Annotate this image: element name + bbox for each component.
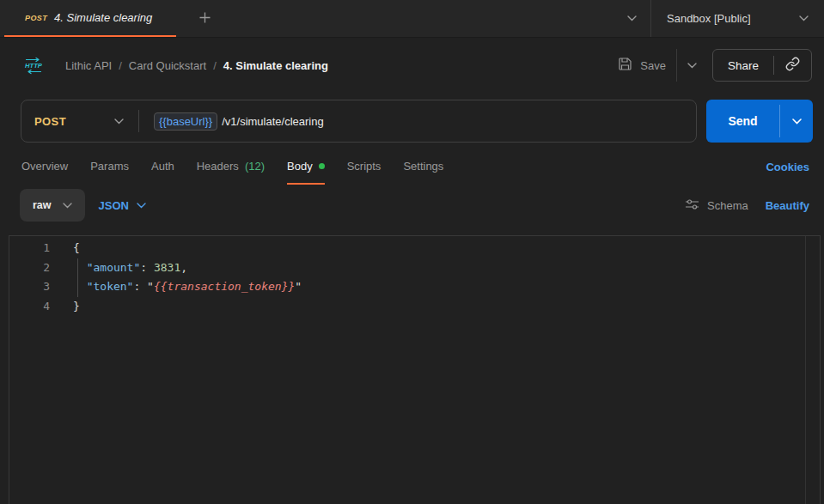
tab-settings[interactable]: Settings: [403, 160, 443, 183]
code-line[interactable]: 2 "amount": 3831,: [9, 258, 820, 278]
save-options-chevron-icon[interactable]: [687, 63, 697, 69]
tab-auth[interactable]: Auth: [151, 160, 174, 183]
request-tabs: Overview Params Auth Headers (12) Body S…: [0, 160, 824, 185]
url-variable-pill[interactable]: {{baseUrl}}: [154, 112, 217, 131]
code-text: "amount": 3831,: [50, 258, 187, 278]
tab-body[interactable]: Body: [287, 160, 325, 185]
url-input[interactable]: {{baseUrl}} /v1/simulate/clearing: [139, 112, 324, 131]
code-line[interactable]: 4}: [9, 297, 820, 317]
send-button-group: Send: [706, 100, 813, 143]
tab-label: Headers: [197, 160, 239, 173]
new-tab-button[interactable]: [198, 0, 211, 37]
editor-scrollbar-track[interactable]: [805, 236, 806, 504]
code-text: "token": "{{transaction_token}}": [50, 277, 302, 297]
schema-label: Schema: [707, 199, 748, 212]
body-modified-dot-icon: [319, 163, 325, 169]
tab-overview[interactable]: Overview: [21, 160, 68, 183]
cookies-link[interactable]: Cookies: [766, 160, 809, 173]
send-button[interactable]: Send: [706, 100, 779, 143]
tab-bar-right: Sandbox [Public]: [613, 0, 824, 37]
breadcrumb-collection[interactable]: Lithic API: [65, 59, 112, 72]
link-icon: [785, 57, 800, 74]
save-icon: [618, 57, 632, 74]
line-number: 2: [9, 258, 50, 278]
send-options-button[interactable]: [780, 100, 813, 143]
environment-selector[interactable]: Sandbox [Public]: [650, 0, 824, 37]
share-button[interactable]: Share: [713, 59, 773, 72]
request-header-actions: Save Share: [618, 49, 812, 82]
line-number: 4: [9, 297, 50, 317]
tab-label: Settings: [403, 160, 443, 173]
tab-label: Params: [90, 160, 129, 173]
save-divider: [676, 49, 677, 82]
code-editor-lines: 1{2 "amount": 3831,3 "token": "{{transac…: [9, 239, 820, 316]
indent-guide: [77, 258, 78, 297]
environment-name: Sandbox [Public]: [667, 12, 751, 25]
tab-label: Scripts: [347, 160, 381, 173]
breadcrumb-folder[interactable]: Card Quickstart: [129, 59, 206, 72]
code-text: }: [50, 297, 80, 317]
tab-params[interactable]: Params: [90, 160, 129, 183]
headers-count-badge: (12): [245, 160, 265, 173]
environment-chevron-icon: [799, 15, 809, 21]
code-line[interactable]: 1{: [9, 239, 820, 258]
format-chevron-icon: [63, 203, 72, 209]
url-path: /v1/simulate/clearing: [222, 115, 324, 128]
tab-label: Auth: [151, 160, 174, 173]
breadcrumb: Lithic API / Card Quickstart / 4. Simula…: [65, 59, 328, 72]
url-bar: POST {{baseUrl}} /v1/simulate/clearing: [21, 100, 697, 143]
save-button[interactable]: Save: [618, 57, 666, 74]
svg-text:HTTP: HTTP: [25, 62, 43, 70]
body-format-dropdown[interactable]: raw: [20, 189, 85, 222]
code-line[interactable]: 3 "token": "{{transaction_token}}": [9, 277, 820, 297]
breadcrumb-current-request: 4. Simulate clearing: [223, 59, 328, 72]
tab-label: Overview: [21, 160, 68, 173]
line-number: 3: [9, 277, 50, 297]
share-button-group: Share: [712, 49, 812, 82]
code-editor[interactable]: 1{2 "amount": 3831,3 "token": "{{transac…: [9, 235, 821, 504]
plus-icon: [198, 11, 211, 27]
request-header-row: HTTP Lithic API / Card Quickstart / 4. S…: [0, 48, 824, 82]
code-text: {: [50, 239, 80, 258]
request-url-row: POST {{baseUrl}} /v1/simulate/clearing S…: [21, 100, 813, 143]
breadcrumb-separator: /: [213, 59, 217, 72]
request-method-badge: POST: [25, 13, 47, 22]
language-dropdown[interactable]: JSON: [99, 199, 146, 212]
language-label: JSON: [99, 199, 129, 212]
language-chevron-icon: [137, 203, 146, 209]
workspace-tab-bar: POST 4. Simulate clearing Sandbox [Publi…: [0, 0, 824, 38]
tab-scripts[interactable]: Scripts: [347, 160, 381, 183]
copy-link-button[interactable]: [774, 57, 811, 74]
body-format-label: raw: [33, 199, 52, 211]
request-tab-title: 4. Simulate clearing: [54, 11, 152, 24]
sliders-icon: [685, 198, 699, 213]
http-request-icon: HTTP: [24, 57, 43, 75]
body-toolbar: raw JSON Schema Beautify: [0, 188, 824, 222]
method-chevron-icon: [114, 118, 124, 124]
tab-headers[interactable]: Headers (12): [197, 160, 265, 183]
tab-list-chevron-icon[interactable]: [613, 0, 650, 37]
tab-label: Body: [287, 160, 313, 173]
breadcrumb-separator: /: [119, 59, 122, 72]
method-label: POST: [34, 115, 66, 128]
beautify-button[interactable]: Beautify: [766, 199, 809, 212]
method-dropdown[interactable]: POST: [21, 115, 138, 128]
request-tab-active[interactable]: POST 4. Simulate clearing: [4, 0, 176, 37]
schema-button[interactable]: Schema: [685, 198, 748, 213]
line-number: 1: [9, 239, 50, 258]
save-label: Save: [640, 59, 666, 72]
